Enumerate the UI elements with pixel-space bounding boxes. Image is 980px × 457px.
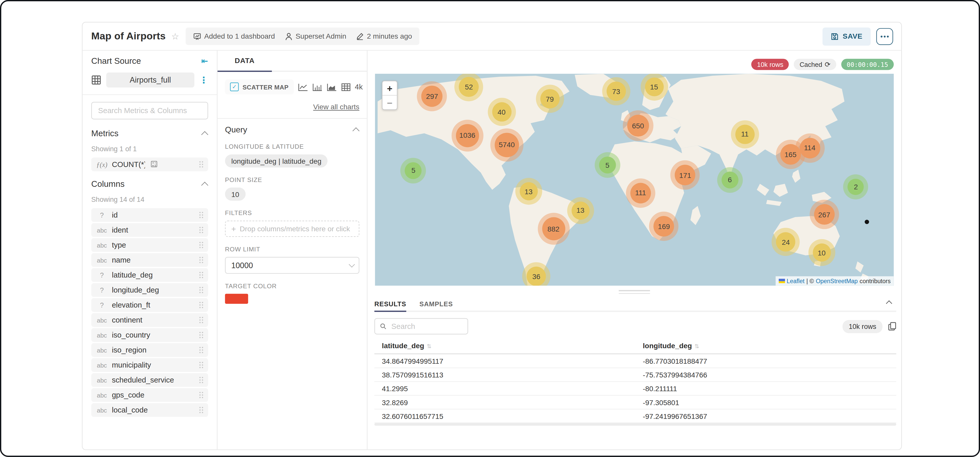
table-header-longitude_deg[interactable]: longitude_deg xyxy=(635,340,896,354)
drag-handle-icon[interactable] xyxy=(199,392,200,393)
map-cluster-40[interactable]: 40 xyxy=(492,102,511,121)
column-item-id[interactable]: ?id xyxy=(91,208,208,222)
drag-handle-icon[interactable] xyxy=(199,161,200,162)
filters-dropzone[interactable]: Drop columns/metrics here or click xyxy=(225,221,360,237)
table-scrollbar-track[interactable] xyxy=(374,423,896,426)
map-cluster-36[interactable]: 36 xyxy=(527,267,546,286)
column-item-type[interactable]: abctype xyxy=(91,238,208,252)
drag-handle-icon[interactable] xyxy=(199,407,200,408)
drag-handle-icon[interactable] xyxy=(199,272,200,273)
map-cluster-169[interactable]: 169 xyxy=(654,216,674,237)
map-cluster-165[interactable]: 165 xyxy=(780,144,801,165)
column-item-longitude_deg[interactable]: ?longitude_deg xyxy=(91,283,208,297)
map-cluster-1036[interactable]: 1036 xyxy=(456,124,479,147)
target-color-swatch[interactable] xyxy=(225,294,248,304)
map-cluster-5[interactable]: 5 xyxy=(599,156,616,174)
lonlat-value-pill[interactable]: longitude_deg | latitude_deg xyxy=(225,154,328,167)
query-section-header[interactable]: Query xyxy=(225,125,360,134)
map-cluster-13[interactable]: 13 xyxy=(519,182,538,200)
results-collapse-icon[interactable] xyxy=(886,299,892,306)
scatter-map[interactable]: + − 297524079731510365740650111141655517… xyxy=(375,74,894,286)
table-row: 38.7570991516113-75.7537994384766 xyxy=(374,368,896,382)
column-item-elevation_ft[interactable]: ?elevation_ft xyxy=(91,298,208,312)
drag-handle-icon[interactable] xyxy=(199,362,200,363)
bar-chart-icon[interactable] xyxy=(312,83,322,91)
map-cluster-5740[interactable]: 5740 xyxy=(495,133,519,157)
row-limit-select[interactable]: 10000 xyxy=(225,257,360,274)
map-cluster-6[interactable]: 6 xyxy=(721,172,738,188)
metric-item-COUNT(*)[interactable]: ƒ(x)COUNT(*) xyxy=(91,158,208,171)
viz-type-selected[interactable]: SCATTER MAP xyxy=(225,79,294,94)
map-cluster-650[interactable]: 650 xyxy=(627,115,649,137)
column-item-local_code[interactable]: abclocal_code xyxy=(91,403,208,417)
point-size-value-pill[interactable]: 10 xyxy=(225,188,245,201)
map-cluster-5[interactable]: 5 xyxy=(405,162,422,179)
table-chart-icon[interactable] xyxy=(341,83,350,91)
drag-handle-icon[interactable] xyxy=(199,212,200,213)
table-cell: 34.8647994995117 xyxy=(374,354,635,368)
tab-results[interactable]: RESULTS xyxy=(374,296,406,312)
map-cluster-73[interactable]: 73 xyxy=(606,81,626,101)
map-cluster-79[interactable]: 79 xyxy=(540,89,559,108)
columns-section-header[interactable]: Columns xyxy=(91,180,208,189)
line-chart-icon[interactable] xyxy=(298,83,308,91)
map-cluster-114[interactable]: 114 xyxy=(799,138,820,158)
map-cluster-15[interactable]: 15 xyxy=(645,78,663,96)
map-point[interactable] xyxy=(865,220,869,224)
results-search-input[interactable] xyxy=(390,321,463,331)
map-cluster-882[interactable]: 882 xyxy=(542,217,565,240)
metrics-search[interactable] xyxy=(91,102,208,119)
cached-badge[interactable]: Cached xyxy=(794,59,836,70)
copy-icon[interactable] xyxy=(888,322,896,330)
map-cluster-24[interactable]: 24 xyxy=(776,232,795,252)
drag-handle-icon[interactable] xyxy=(199,227,200,228)
drag-handle-icon[interactable] xyxy=(199,257,200,258)
drag-handle-icon[interactable] xyxy=(199,287,200,288)
drag-handle-icon[interactable] xyxy=(199,302,200,303)
map-cluster-2[interactable]: 2 xyxy=(848,179,864,195)
table-header-latitude_deg[interactable]: latitude_deg xyxy=(374,340,635,354)
column-item-ident[interactable]: abcident xyxy=(91,223,208,237)
collapse-panel-icon[interactable] xyxy=(201,56,208,65)
panel-resize-handle[interactable] xyxy=(619,290,650,294)
map-cluster-10[interactable]: 10 xyxy=(813,244,830,261)
zoom-out-button[interactable]: − xyxy=(382,95,397,110)
column-item-latitude_deg[interactable]: ?latitude_deg xyxy=(91,268,208,282)
column-item-municipality[interactable]: abcmunicipality xyxy=(91,358,208,372)
save-button[interactable]: SAVE xyxy=(822,27,871,45)
drag-handle-icon[interactable] xyxy=(199,332,200,333)
column-item-name[interactable]: abcname xyxy=(91,253,208,267)
dataset-name[interactable]: Airports_full xyxy=(106,72,194,88)
tab-data[interactable]: DATA xyxy=(218,51,272,72)
drag-handle-icon[interactable] xyxy=(199,317,200,318)
more-options-button[interactable] xyxy=(876,28,893,45)
map-cluster-13[interactable]: 13 xyxy=(571,202,589,220)
metrics-section-header[interactable]: Metrics xyxy=(91,129,208,138)
map-cluster-52[interactable]: 52 xyxy=(459,77,479,97)
column-item-scheduled_service[interactable]: abcscheduled_service xyxy=(91,373,208,387)
area-chart-icon[interactable] xyxy=(326,83,336,91)
dashboards-meta[interactable]: Added to 1 dashboard xyxy=(193,32,275,40)
map-cluster-171[interactable]: 171 xyxy=(675,165,695,185)
column-item-continent[interactable]: abccontinent xyxy=(91,313,208,327)
openstreetmap-link[interactable]: OpenStreetMap xyxy=(816,277,858,284)
drag-handle-icon[interactable] xyxy=(199,242,200,243)
drag-handle-icon[interactable] xyxy=(199,377,200,378)
map-cluster-11[interactable]: 11 xyxy=(735,124,754,144)
results-search[interactable] xyxy=(374,318,468,334)
map-cluster-267[interactable]: 267 xyxy=(814,204,835,225)
favorite-star-icon[interactable] xyxy=(171,31,179,41)
metrics-search-input[interactable] xyxy=(97,106,202,116)
column-item-gps_code[interactable]: abcgps_code xyxy=(91,388,208,402)
viz-4k-icon[interactable]: 4k xyxy=(355,83,363,91)
tab-samples[interactable]: SAMPLES xyxy=(419,296,453,312)
map-cluster-111[interactable]: 111 xyxy=(630,183,651,203)
column-item-iso_region[interactable]: abciso_region xyxy=(91,343,208,357)
map-cluster-297[interactable]: 297 xyxy=(422,86,443,107)
drag-handle-icon[interactable] xyxy=(199,347,200,348)
dataset-options-icon[interactable] xyxy=(199,76,208,84)
view-all-charts-link[interactable]: View all charts xyxy=(313,103,360,111)
leaflet-link[interactable]: Leaflet xyxy=(787,277,804,284)
column-item-iso_country[interactable]: abciso_country xyxy=(91,328,208,342)
zoom-in-button[interactable]: + xyxy=(382,81,397,95)
